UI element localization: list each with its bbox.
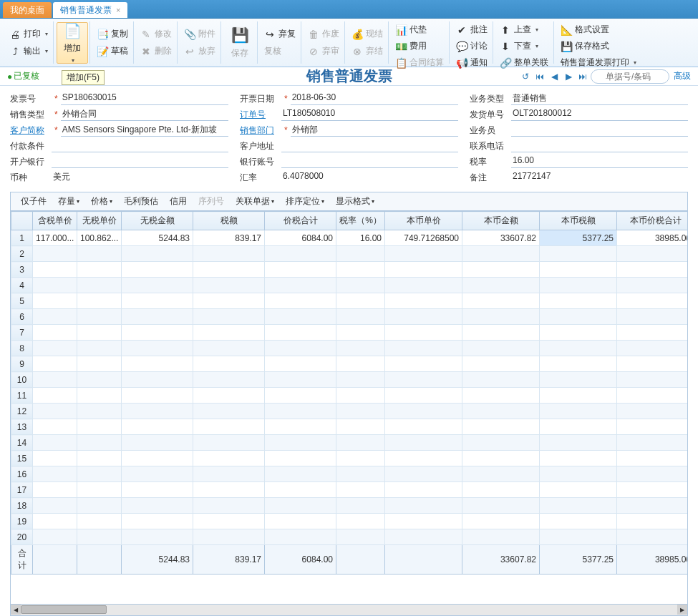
grid-cell[interactable] <box>336 482 385 498</box>
row-number[interactable]: 8 <box>11 341 33 356</box>
grid-cell[interactable] <box>540 435 617 451</box>
grid-cell[interactable] <box>77 451 122 466</box>
grid-cell[interactable] <box>540 388 617 404</box>
grid-cell[interactable] <box>77 325 122 341</box>
grid-cell[interactable] <box>336 341 385 356</box>
grid-cell[interactable] <box>617 514 689 529</box>
grid-cell[interactable] <box>617 356 689 372</box>
table-row[interactable]: 4 <box>11 278 689 293</box>
search-input[interactable] <box>591 69 669 84</box>
grid-cell[interactable] <box>385 325 462 341</box>
col-6[interactable]: 本币单价 <box>385 212 462 230</box>
grid-cell[interactable] <box>265 278 336 293</box>
attach-button[interactable]: 📎附件 <box>180 26 219 42</box>
col-8[interactable]: 本币税额 <box>540 212 617 230</box>
col-9[interactable]: 本币价税合计 <box>617 212 689 230</box>
grid-cell[interactable] <box>265 372 336 388</box>
grid-cell[interactable] <box>77 514 122 529</box>
grid-cell[interactable] <box>122 341 193 356</box>
grid-cell[interactable] <box>385 451 462 466</box>
grid-cell[interactable] <box>33 309 77 325</box>
row-number[interactable]: 10 <box>11 372 33 388</box>
grid-cell[interactable] <box>122 514 193 529</box>
grid-cell[interactable] <box>617 293 689 309</box>
grid-cell[interactable] <box>385 262 462 278</box>
grid-cell[interactable] <box>617 404 689 419</box>
grid-cell[interactable] <box>462 529 540 545</box>
table-row[interactable]: 16 <box>11 466 689 482</box>
grid-cell[interactable] <box>33 466 77 482</box>
col-3[interactable]: 税额 <box>193 212 265 230</box>
table-row[interactable]: 1117.000...100.862...5244.83839.176084.0… <box>11 230 689 246</box>
grid-cell[interactable] <box>77 482 122 498</box>
grid-cell[interactable] <box>33 451 77 466</box>
row-number[interactable]: 19 <box>11 514 33 529</box>
grid-cell[interactable] <box>462 419 540 435</box>
grid-cell[interactable] <box>122 246 193 262</box>
grid-cell[interactable] <box>122 466 193 482</box>
grid-cell[interactable] <box>336 388 385 404</box>
tab-invoice[interactable]: 销售普通发票 × <box>53 2 127 18</box>
grid-cell[interactable] <box>462 482 540 498</box>
col-2[interactable]: 无税金额 <box>122 212 193 230</box>
up-button[interactable]: ⬆上查▾ <box>496 21 552 38</box>
grid-cell[interactable] <box>540 262 617 278</box>
grid-cell[interactable] <box>122 356 193 372</box>
grid-cell[interactable] <box>193 451 265 466</box>
field-order-no[interactable]: LT180508010 <box>281 108 458 121</box>
field-rate[interactable]: 6.4078000 <box>281 171 458 184</box>
label-order-no[interactable]: 订单号 <box>240 109 281 121</box>
gt-sort[interactable]: 排序定位▾ <box>281 194 329 209</box>
grid-cell[interactable] <box>265 514 336 529</box>
grid-cell[interactable] <box>540 356 617 372</box>
gt-profit[interactable]: 毛利预估 <box>120 194 163 209</box>
grid-cell[interactable] <box>33 246 77 262</box>
gt-display[interactable]: 显示格式▾ <box>331 194 379 209</box>
grid-cell[interactable] <box>336 356 385 372</box>
grid-cell[interactable] <box>385 435 462 451</box>
grid-cell[interactable] <box>385 514 462 529</box>
grid-cell[interactable] <box>265 435 336 451</box>
grid-cell[interactable] <box>540 451 617 466</box>
grid-cell[interactable] <box>617 466 689 482</box>
table-row[interactable]: 11 <box>11 388 689 404</box>
field-sales[interactable] <box>511 124 688 137</box>
invalid-button[interactable]: 🗑作废 <box>304 26 343 42</box>
field-phone[interactable] <box>511 140 688 152</box>
grid-cell[interactable] <box>77 341 122 356</box>
field-currency[interactable]: 美元 <box>52 171 228 184</box>
grid-cell[interactable] <box>265 451 336 466</box>
grid-cell[interactable] <box>122 482 193 498</box>
grid-cell[interactable] <box>122 435 193 451</box>
grid-cell[interactable] <box>193 246 265 262</box>
grid-cell[interactable] <box>540 466 617 482</box>
row-number[interactable]: 17 <box>11 482 33 498</box>
gt-stock[interactable]: 存量▾ <box>54 194 84 209</box>
label-customer[interactable]: 客户简称 <box>10 124 52 137</box>
grid-cell[interactable] <box>540 309 617 325</box>
grid-cell[interactable] <box>193 356 265 372</box>
grid-cell[interactable] <box>265 309 336 325</box>
grid-cell[interactable] <box>193 482 265 498</box>
grid-cell[interactable] <box>617 388 689 404</box>
grid-cell[interactable] <box>193 325 265 341</box>
grid-cell[interactable] <box>462 498 540 514</box>
grid-cell[interactable] <box>385 356 462 372</box>
col-1[interactable]: 无税单价 <box>77 212 122 230</box>
grid-cell[interactable] <box>122 309 193 325</box>
table-row[interactable]: 15 <box>11 451 689 466</box>
abandon-button[interactable]: ↩放弃 <box>180 43 219 59</box>
grid-cell[interactable]: 100.862... <box>77 230 122 246</box>
grid-cell[interactable] <box>617 262 689 278</box>
grid-cell[interactable] <box>540 419 617 435</box>
grid-cell[interactable] <box>77 529 122 545</box>
gt-child[interactable]: 仅子件 <box>16 194 51 209</box>
grid-cell[interactable] <box>122 262 193 278</box>
grid-cell[interactable] <box>385 404 462 419</box>
table-row[interactable]: 17 <box>11 482 689 498</box>
table-row[interactable]: 3 <box>11 262 689 278</box>
scroll-right-button[interactable]: ▶ <box>677 605 687 615</box>
grid-cell[interactable] <box>617 246 689 262</box>
grid-cell[interactable] <box>336 278 385 293</box>
grid-cell[interactable] <box>462 404 540 419</box>
